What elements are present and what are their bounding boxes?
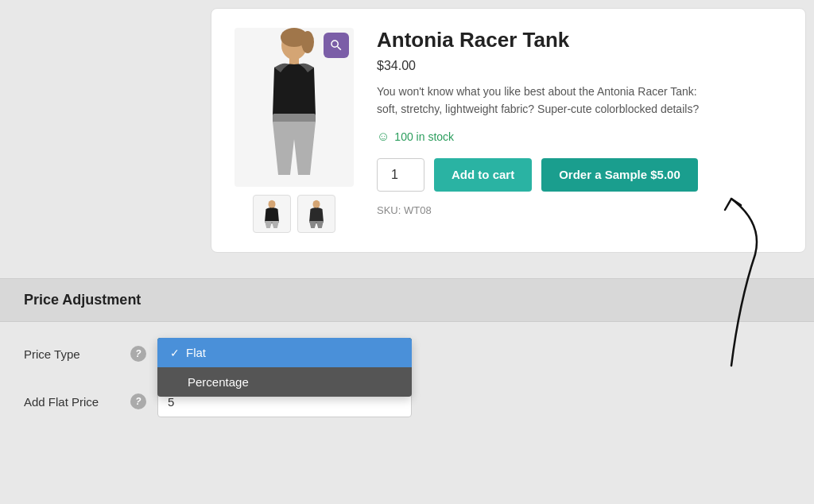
svg-point-6 — [313, 200, 320, 209]
purchase-row: Add to cart Order a Sample $5.00 — [377, 158, 786, 192]
price-type-help-icon[interactable]: ? — [130, 346, 146, 362]
add-flat-price-label: Add Flat Price — [24, 395, 119, 409]
price-adjustment-section: Price Adjustment Price Type ? Flat ▾ ✓ — [0, 278, 814, 449]
sku-label: SKU: — [377, 204, 401, 216]
section-title: Price Adjustment — [24, 292, 141, 308]
thumbnails — [253, 195, 335, 233]
product-sku: SKU: WT08 — [377, 204, 786, 216]
dropdown-option-percentage[interactable]: Percentage — [157, 367, 412, 397]
add-to-cart-button[interactable]: Add to cart — [434, 158, 532, 192]
section-header: Price Adjustment — [0, 278, 814, 322]
order-sample-button[interactable]: Order a Sample $5.00 — [541, 158, 698, 192]
product-title: Antonia Racer Tank — [377, 28, 786, 52]
zoom-badge[interactable] — [324, 33, 349, 58]
sku-value: WT08 — [404, 204, 432, 216]
checkmark-icon: ✓ — [170, 347, 180, 359]
product-image-section — [231, 28, 358, 233]
product-details: Antonia Racer Tank $34.00 You won't know… — [377, 28, 786, 233]
price-type-label: Price Type — [24, 347, 119, 361]
stock-status: ☺ 100 in stock — [377, 130, 786, 144]
dropdown-option-flat[interactable]: ✓ Flat — [157, 338, 412, 367]
add-flat-price-help-icon[interactable]: ? — [130, 394, 146, 409]
stock-icon: ☺ — [377, 130, 390, 144]
product-price: $34.00 — [377, 59, 786, 73]
form-section: Price Type ? Flat ▾ ✓ Flat — [0, 322, 814, 449]
zoom-icon — [329, 38, 343, 52]
svg-point-2 — [301, 31, 314, 53]
product-card: Antonia Racer Tank $34.00 You won't know… — [211, 8, 806, 253]
dropdown-flat-label: Flat — [186, 346, 206, 359]
quantity-input[interactable] — [377, 158, 424, 192]
price-type-dropdown-menu: ✓ Flat Percentage — [157, 338, 412, 397]
price-type-row: Price Type ? Flat ▾ ✓ Flat — [24, 338, 790, 370]
svg-point-5 — [269, 200, 276, 209]
page-wrapper: Antonia Racer Tank $34.00 You won't know… — [0, 0, 814, 504]
thumbnail-2[interactable] — [297, 195, 335, 233]
thumbnail-1[interactable] — [253, 195, 291, 233]
dropdown-percentage-label: Percentage — [188, 375, 249, 389]
product-description: You won't know what you like best about … — [377, 83, 711, 118]
price-type-dropdown-container: Flat ▾ ✓ Flat Percentage — [157, 338, 412, 370]
stock-text: 100 in stock — [394, 130, 454, 143]
main-product-image — [235, 28, 354, 187]
